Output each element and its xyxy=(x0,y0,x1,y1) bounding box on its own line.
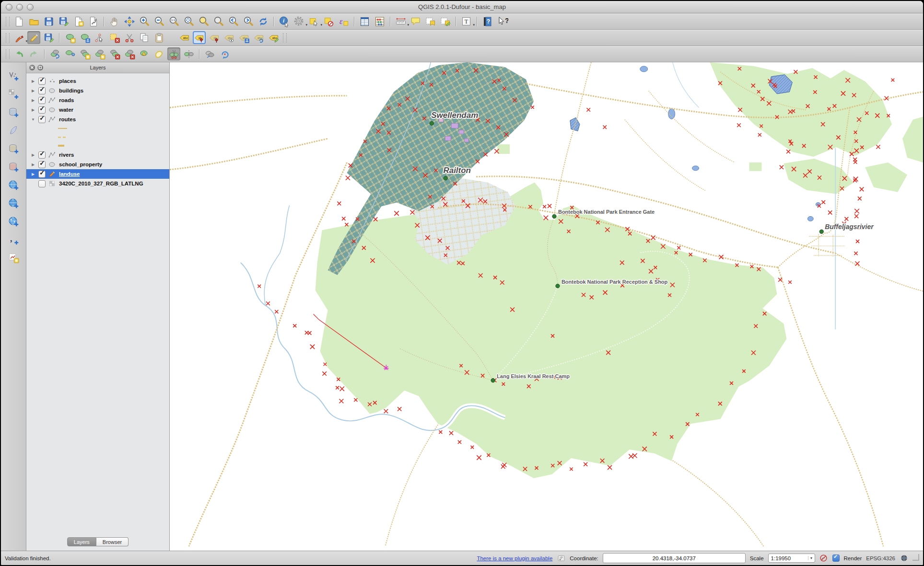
add-mssql-layer-button[interactable] xyxy=(7,142,20,155)
toolbar-drag-handle[interactable] xyxy=(6,49,10,59)
rotate-label-button[interactable]: abc xyxy=(252,31,265,44)
layer-visibility-checkbox[interactable] xyxy=(38,97,46,104)
merge-selected-features-button[interactable] xyxy=(203,47,216,60)
map-canvas[interactable]: SwellendamRailtonBontebok National Park … xyxy=(170,62,923,551)
stop-render-icon[interactable] xyxy=(819,554,828,563)
delete-ring-button[interactable] xyxy=(108,47,121,60)
layer-symbology-item[interactable] xyxy=(26,141,169,150)
new-shapefile-layer-button[interactable] xyxy=(7,251,20,264)
current-edits-button[interactable]: ▾ xyxy=(12,31,25,44)
copy-features-button[interactable] xyxy=(138,31,151,44)
open-project-button[interactable] xyxy=(27,15,40,28)
delete-selected-button[interactable] xyxy=(108,31,121,44)
layer-row-school_property[interactable]: ▶school_property xyxy=(26,160,169,169)
layer-symbology-item[interactable] xyxy=(26,124,169,133)
layer-visibility-checkbox[interactable] xyxy=(38,87,46,94)
add-wms-layer-button[interactable] xyxy=(7,178,20,191)
layer-expander-icon[interactable]: ▶ xyxy=(30,79,36,83)
save-project-as-button[interactable] xyxy=(57,15,70,28)
pan-to-selection-button[interactable] xyxy=(123,15,136,28)
layer-row-landuse[interactable]: ▶landuse xyxy=(26,169,169,179)
move-label-button[interactable]: abc xyxy=(237,31,250,44)
coordinate-input[interactable] xyxy=(603,553,746,563)
zoom-in-button[interactable] xyxy=(138,15,151,28)
show-bookmarks-button[interactable] xyxy=(439,15,452,28)
zoom-to-selection-button[interactable] xyxy=(197,15,210,28)
composer-manager-button[interactable] xyxy=(87,15,100,28)
node-tool-button[interactable] xyxy=(93,31,106,44)
render-checkbox[interactable] xyxy=(832,554,840,562)
new-project-button[interactable] xyxy=(12,15,25,28)
panel-close-button[interactable] xyxy=(29,65,35,70)
deselect-all-button[interactable] xyxy=(322,15,335,28)
text-annotation-button[interactable]: T▾ xyxy=(460,15,473,28)
highlight-pinned-labels-button[interactable]: ab xyxy=(193,31,206,44)
toolbar-drag-handle[interactable] xyxy=(283,33,287,43)
paste-features-button[interactable] xyxy=(152,31,165,44)
new-print-composer-button[interactable] xyxy=(72,15,85,28)
add-wcs-layer-button[interactable] xyxy=(7,196,20,209)
layer-expander-icon[interactable]: ▶ xyxy=(30,172,36,176)
map-tips-button[interactable] xyxy=(409,15,422,28)
add-wfs-layer-button[interactable] xyxy=(7,215,20,228)
plugin-link[interactable]: There is a new plugin available xyxy=(477,555,552,561)
undo-button[interactable] xyxy=(12,47,25,60)
zoom-next-button[interactable] xyxy=(242,15,255,28)
layer-expander-icon[interactable]: ▶ xyxy=(30,89,36,93)
plugin-icon[interactable] xyxy=(557,554,565,563)
add-delimited-text-layer-button[interactable]: , xyxy=(7,233,20,246)
select-features-button[interactable]: ▾ xyxy=(307,15,320,28)
save-project-button[interactable] xyxy=(42,15,55,28)
layer-expander-icon[interactable]: ▶ xyxy=(30,108,36,112)
layer-visibility-checkbox[interactable] xyxy=(38,180,46,187)
layer-row-3420C_2010_327_RGB_LATLNG[interactable]: 3420C_2010_327_RGB_LATLNG xyxy=(26,179,169,188)
delete-part-button[interactable] xyxy=(123,47,136,60)
add-postgis-layer-button[interactable] xyxy=(7,105,20,118)
help-contents-button[interactable]: ? xyxy=(481,15,494,28)
redo-button[interactable] xyxy=(27,47,40,60)
zoom-last-button[interactable] xyxy=(227,15,240,28)
change-label-button[interactable]: abc xyxy=(267,31,280,44)
cut-features-button[interactable] xyxy=(123,31,136,44)
add-part-button[interactable] xyxy=(93,47,106,60)
panel-float-button[interactable] xyxy=(37,65,43,70)
split-parts-button[interactable] xyxy=(182,47,195,60)
layer-visibility-checkbox[interactable] xyxy=(38,116,46,123)
layer-row-rivers[interactable]: ▶rivers xyxy=(26,150,169,160)
toggle-editing-button[interactable] xyxy=(27,31,40,44)
layer-visibility-checkbox[interactable] xyxy=(38,151,46,159)
zoom-to-layer-button[interactable] xyxy=(212,15,225,28)
toolbar-drag-handle[interactable] xyxy=(6,17,10,26)
simplify-feature-button[interactable] xyxy=(63,47,76,60)
pin-unpin-labels-button[interactable]: ab xyxy=(208,31,221,44)
layer-expander-icon[interactable]: ▼ xyxy=(30,117,36,122)
add-vector-layer-button[interactable] xyxy=(7,69,20,82)
labeling-options-button[interactable]: abc xyxy=(178,31,191,44)
layer-expander-icon[interactable]: ▶ xyxy=(30,98,36,103)
identify-features-button[interactable]: i xyxy=(278,15,291,28)
add-spatialite-layer-button[interactable] xyxy=(7,124,20,137)
layer-row-buildings[interactable]: ▶buildings xyxy=(26,86,169,95)
whats-this-button[interactable]: ? xyxy=(496,15,509,28)
crs-globe-icon[interactable] xyxy=(900,554,908,563)
layer-row-roads[interactable]: ▶roads xyxy=(26,95,169,105)
save-layer-edits-button[interactable] xyxy=(42,31,55,44)
show-hide-labels-button[interactable]: abc xyxy=(222,31,235,44)
layer-visibility-checkbox[interactable] xyxy=(38,106,46,114)
add-raster-layer-button[interactable] xyxy=(7,87,20,100)
zoom-out-button[interactable] xyxy=(152,15,165,28)
new-bookmark-button[interactable] xyxy=(424,15,437,28)
field-calculator-button[interactable] xyxy=(373,15,386,28)
toolbar-drag-handle[interactable] xyxy=(6,33,10,43)
add-oracle-layer-button[interactable] xyxy=(7,160,20,173)
select-by-expression-button[interactable]: ε xyxy=(337,15,350,28)
rotate-feature-button[interactable] xyxy=(48,47,61,60)
tab-browser[interactable]: Browser xyxy=(96,537,129,546)
pan-map-button[interactable] xyxy=(108,15,121,28)
open-attribute-table-button[interactable] xyxy=(358,15,371,28)
measure-line-button[interactable]: ▾ xyxy=(394,15,407,28)
move-feature-button[interactable] xyxy=(78,31,91,44)
layer-visibility-checkbox[interactable] xyxy=(38,161,46,168)
refresh-map-button[interactable] xyxy=(257,15,269,28)
layer-visibility-checkbox[interactable] xyxy=(38,78,46,85)
